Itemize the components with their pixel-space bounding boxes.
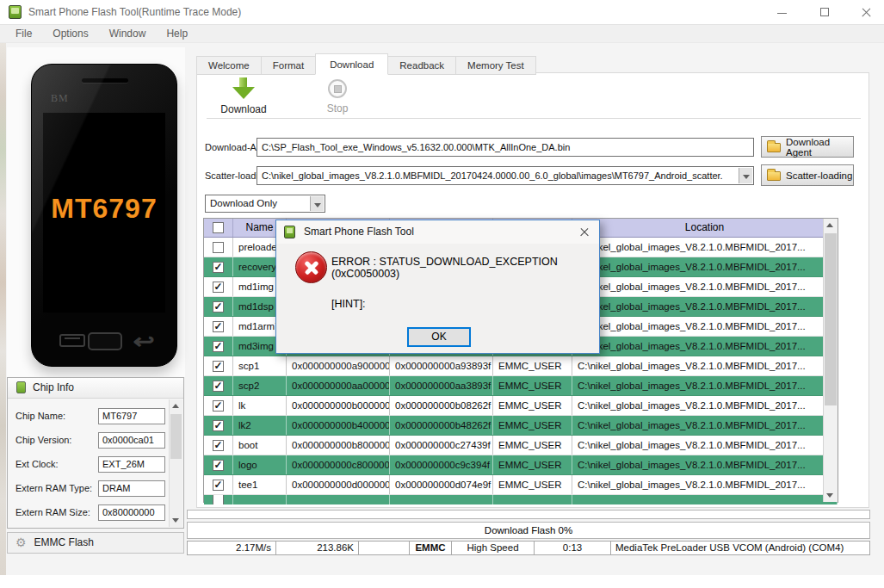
phone-back-icon: ↩ bbox=[133, 330, 154, 354]
cell-location bbox=[572, 495, 838, 504]
title-bar: Smart Phone Flash Tool(Runtime Trace Mod… bbox=[0, 0, 884, 24]
download-agent-button-label: Download Agent bbox=[786, 137, 853, 158]
maximize-button[interactable] bbox=[810, 0, 839, 24]
scatter-loading-button[interactable]: Scatter-loading bbox=[761, 164, 854, 186]
stop-button[interactable]: Stop bbox=[310, 79, 365, 115]
stop-icon bbox=[328, 79, 347, 98]
cell-end-address: 0x000000000d074e9f bbox=[390, 475, 493, 494]
row-checkbox[interactable]: ✓ bbox=[213, 262, 224, 273]
stop-button-label: Stop bbox=[310, 102, 365, 115]
phone-chip-label: MT6797 bbox=[43, 193, 165, 225]
scroll-thumb[interactable] bbox=[170, 414, 182, 459]
chip-info-header[interactable]: Chip Info bbox=[8, 378, 183, 399]
download-mode-select[interactable]: Download Only bbox=[205, 195, 325, 213]
row-checkbox[interactable]: ✓ bbox=[213, 361, 224, 372]
cell-location: C:\nikel_global_images_V8.2.1.0.MBFMIDL_… bbox=[572, 257, 838, 276]
tab-bar: WelcomeFormatDownloadReadbackMemory Test bbox=[196, 53, 535, 75]
table-scrollbar[interactable] bbox=[823, 219, 838, 502]
tab-download[interactable]: Download bbox=[315, 53, 388, 75]
download-button[interactable]: Download bbox=[212, 77, 275, 115]
row-checkbox[interactable]: ✓ bbox=[213, 460, 224, 471]
chip-field-row: Ext Clock:EXT_26M bbox=[9, 452, 168, 476]
cell-name: logo bbox=[233, 455, 287, 474]
download-agent-input[interactable]: C:\SP_Flash_Tool_exe_Windows_v5.1632.00.… bbox=[257, 138, 754, 157]
chevron-down-icon[interactable] bbox=[739, 168, 752, 183]
minimize-button[interactable] bbox=[767, 0, 796, 24]
cell-checkbox: ✓ bbox=[204, 317, 233, 336]
chevron-down-icon[interactable] bbox=[310, 196, 324, 211]
scroll-down-icon[interactable] bbox=[170, 514, 182, 527]
cell-name: boot bbox=[233, 436, 287, 455]
cell-location: C:\nikel_global_images_V8.2.1.0.MBFMIDL_… bbox=[572, 297, 838, 316]
cell-location: C:\nikel_global_images_V8.2.1.0.MBFMIDL_… bbox=[572, 376, 838, 395]
error-message: ERROR : STATUS_DOWNLOAD_EXCEPTION (0xC00… bbox=[331, 256, 592, 280]
scroll-up-icon[interactable] bbox=[824, 219, 838, 232]
emmc-flash-header[interactable]: ⚙EMMC Flash bbox=[7, 532, 184, 554]
tab-welcome[interactable]: Welcome bbox=[196, 56, 262, 75]
row-checkbox[interactable]: ✓ bbox=[213, 420, 224, 431]
cell-name: scp1 bbox=[233, 356, 287, 375]
status-cell-0: 2.17M/s bbox=[187, 541, 276, 555]
cell-location: C:\nikel_global_images_V8.2.1.0.MBFMIDL_… bbox=[572, 337, 838, 356]
tab-readback[interactable]: Readback bbox=[387, 56, 456, 75]
row-checkbox[interactable]: ✓ bbox=[213, 400, 224, 412]
row-checkbox[interactable]: ✓ bbox=[213, 480, 224, 491]
dialog-close-icon[interactable] bbox=[578, 226, 590, 238]
chip-field-value: DRAM bbox=[98, 480, 165, 497]
tab-memory-test[interactable]: Memory Test bbox=[455, 56, 536, 75]
tab-format[interactable]: Format bbox=[261, 56, 316, 75]
minimize-icon bbox=[777, 13, 787, 14]
toolbar-divider bbox=[207, 118, 861, 119]
cell-begin-address bbox=[287, 495, 390, 504]
chip-info-body: Chip Name:MT6797Chip Version:0x0000ca01E… bbox=[9, 399, 168, 527]
cell-checkbox bbox=[204, 238, 233, 257]
chip-field-value: EXT_26M bbox=[98, 456, 165, 473]
window-title: Smart Phone Flash Tool(Runtime Trace Mod… bbox=[28, 0, 241, 24]
chip-field-value: MT6797 bbox=[98, 408, 165, 424]
cell-location: C:\nikel_global_images_V8.2.1.0.MBFMIDL_… bbox=[572, 317, 838, 336]
scroll-down-icon[interactable] bbox=[824, 489, 838, 502]
error-icon bbox=[295, 251, 327, 283]
phone-speaker bbox=[82, 78, 128, 83]
close-button[interactable] bbox=[850, 0, 880, 24]
scroll-up-icon[interactable] bbox=[170, 399, 182, 412]
chip-info-icon bbox=[16, 381, 26, 393]
menu-item-help[interactable]: Help bbox=[156, 25, 198, 42]
menu-item-window[interactable]: Window bbox=[99, 25, 157, 42]
cell-checkbox: ✓ bbox=[204, 277, 233, 296]
col-header-location[interactable]: Location bbox=[572, 219, 838, 237]
chip-field-row: Extern RAM Size:0x80000000 bbox=[9, 500, 168, 524]
chip-info-scrollbar[interactable] bbox=[169, 399, 182, 527]
app-window: Smart Phone Flash Tool(Runtime Trace Mod… bbox=[0, 0, 884, 588]
cell-checkbox: ✓ bbox=[204, 396, 233, 415]
row-checkbox[interactable]: ✓ bbox=[213, 282, 224, 293]
download-agent-button[interactable]: Download Agent bbox=[761, 136, 854, 158]
cell-end-address: 0x000000000a93893f bbox=[390, 356, 493, 375]
row-checkbox[interactable]: ✓ bbox=[213, 440, 224, 451]
cell-end-address: 0x000000000b08262f bbox=[390, 396, 493, 415]
row-checkbox[interactable]: ✓ bbox=[213, 301, 224, 313]
row-checkbox[interactable] bbox=[213, 495, 224, 504]
folder-icon bbox=[767, 171, 781, 181]
cell-name: lk bbox=[233, 396, 287, 415]
select-all-cell bbox=[204, 219, 233, 237]
ok-button[interactable]: OK bbox=[407, 327, 471, 347]
cell-location: C:\nikel_global_images_V8.2.1.0.MBFMIDL_… bbox=[572, 436, 838, 455]
row-checkbox[interactable] bbox=[213, 242, 224, 253]
cell-end-address: 0x000000000b48262f bbox=[390, 416, 493, 435]
cell-name: lk2 bbox=[233, 416, 287, 435]
row-checkbox[interactable]: ✓ bbox=[213, 341, 224, 352]
chip-field-value: 0x80000000 bbox=[98, 504, 165, 521]
error-hint: [HINT]: bbox=[331, 298, 366, 310]
cell-begin-address: 0x000000000a900000 bbox=[287, 356, 390, 375]
row-checkbox[interactable]: ✓ bbox=[213, 381, 224, 392]
table-row-tee1: ✓tee10x000000000d0000000x000000000d074e9… bbox=[204, 475, 838, 495]
cell-location: C:\nikel_global_images_V8.2.1.0.MBFMIDL_… bbox=[572, 475, 838, 494]
menu-item-options[interactable]: Options bbox=[42, 25, 98, 42]
row-checkbox[interactable]: ✓ bbox=[213, 321, 224, 332]
chip-field-label: Chip Version: bbox=[15, 435, 98, 445]
scatter-file-combobox[interactable]: C:\nikel_global_images_V8.2.1.0.MBFMIDL_… bbox=[257, 166, 754, 185]
menu-item-file[interactable]: File bbox=[5, 25, 42, 42]
scroll-thumb[interactable] bbox=[825, 233, 837, 405]
select-all-checkbox[interactable] bbox=[213, 222, 224, 233]
